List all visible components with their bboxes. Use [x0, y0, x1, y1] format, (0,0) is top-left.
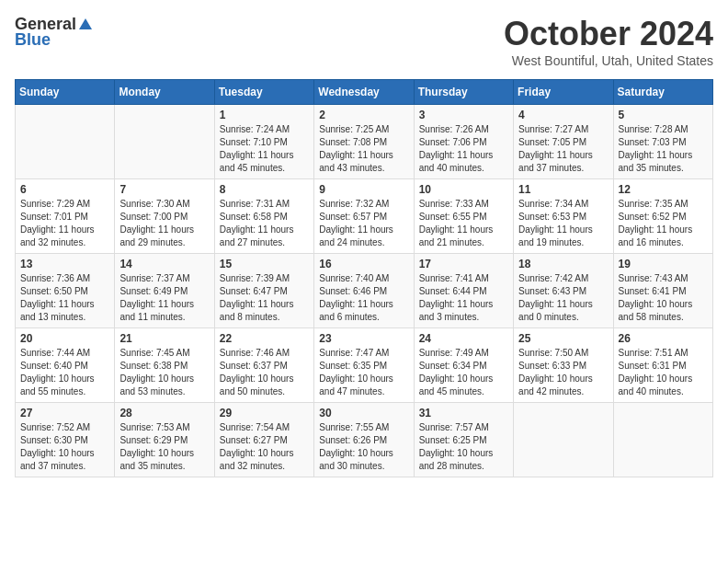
- cell-info: Daylight: 11 hours and 45 minutes.: [220, 149, 309, 175]
- cell-info: Sunrise: 7:50 AM: [518, 347, 608, 360]
- cell-info: Sunset: 6:26 PM: [319, 434, 408, 447]
- day-number: 10: [419, 183, 508, 196]
- calendar-cell: 2Sunrise: 7:25 AMSunset: 7:08 PMDaylight…: [314, 105, 414, 179]
- cell-info: Sunset: 6:47 PM: [220, 285, 309, 298]
- calendar-table: SundayMondayTuesdayWednesdayThursdayFrid…: [15, 79, 713, 477]
- cell-info: Sunset: 7:06 PM: [419, 136, 508, 149]
- week-row-5: 27Sunrise: 7:52 AMSunset: 6:30 PMDayligh…: [16, 403, 713, 477]
- cell-info: Sunset: 6:35 PM: [319, 360, 408, 373]
- calendar-location: West Bountiful, Utah, United States: [504, 53, 713, 68]
- day-number: 12: [619, 183, 708, 196]
- calendar-cell: 6Sunrise: 7:29 AMSunset: 7:01 PMDaylight…: [16, 179, 115, 254]
- cell-info: Daylight: 11 hours and 32 minutes.: [20, 224, 109, 249]
- cell-info: Daylight: 10 hours and 28 minutes.: [419, 447, 508, 473]
- logo: General Blue: [15, 15, 95, 50]
- day-number: 4: [518, 109, 608, 121]
- day-number: 27: [20, 407, 109, 419]
- day-number: 18: [518, 258, 608, 270]
- calendar-cell: [115, 105, 214, 179]
- cell-info: Daylight: 10 hours and 30 minutes.: [319, 447, 408, 473]
- cell-info: Sunset: 6:49 PM: [119, 285, 209, 298]
- calendar-cell: 30Sunrise: 7:55 AMSunset: 6:26 PMDayligh…: [314, 403, 414, 477]
- day-number: 24: [419, 332, 508, 345]
- logo-icon: [77, 17, 94, 33]
- header-day-friday: Friday: [514, 80, 613, 105]
- cell-info: Sunrise: 7:44 AM: [20, 347, 109, 360]
- cell-info: Sunset: 6:38 PM: [119, 360, 209, 373]
- cell-info: Sunrise: 7:43 AM: [619, 272, 708, 285]
- calendar-cell: 4Sunrise: 7:27 AMSunset: 7:05 PMDaylight…: [514, 105, 613, 179]
- cell-info: Sunset: 7:08 PM: [319, 136, 408, 149]
- calendar-cell: 20Sunrise: 7:44 AMSunset: 6:40 PMDayligh…: [16, 328, 115, 403]
- cell-info: Sunset: 6:33 PM: [518, 360, 608, 373]
- calendar-cell: 3Sunrise: 7:26 AMSunset: 7:06 PMDaylight…: [414, 105, 513, 179]
- cell-info: Daylight: 10 hours and 37 minutes.: [20, 447, 109, 473]
- day-number: 19: [619, 258, 708, 270]
- cell-info: Daylight: 11 hours and 6 minutes.: [319, 298, 408, 324]
- week-row-3: 13Sunrise: 7:36 AMSunset: 6:50 PMDayligh…: [16, 254, 713, 328]
- cell-info: Sunset: 6:30 PM: [20, 434, 109, 447]
- day-number: 31: [419, 407, 508, 419]
- day-number: 8: [220, 183, 309, 196]
- header-day-sunday: Sunday: [16, 80, 115, 105]
- cell-info: Sunrise: 7:46 AM: [220, 347, 309, 360]
- cell-info: Sunrise: 7:29 AM: [20, 198, 109, 211]
- cell-info: Sunrise: 7:31 AM: [220, 198, 309, 211]
- cell-info: Sunrise: 7:32 AM: [319, 198, 408, 211]
- cell-info: Daylight: 11 hours and 11 minutes.: [119, 298, 209, 324]
- cell-info: Sunrise: 7:26 AM: [419, 123, 508, 136]
- calendar-cell: 8Sunrise: 7:31 AMSunset: 6:58 PMDaylight…: [214, 179, 313, 254]
- cell-info: Sunrise: 7:37 AM: [119, 272, 209, 285]
- calendar-cell: 26Sunrise: 7:51 AMSunset: 6:31 PMDayligh…: [613, 328, 712, 403]
- week-row-2: 6Sunrise: 7:29 AMSunset: 7:01 PMDaylight…: [16, 179, 713, 254]
- cell-info: Sunrise: 7:47 AM: [319, 347, 408, 360]
- header-day-wednesday: Wednesday: [314, 80, 414, 105]
- header-day-tuesday: Tuesday: [214, 80, 313, 105]
- day-number: 7: [119, 183, 209, 196]
- cell-info: Sunrise: 7:51 AM: [619, 347, 708, 360]
- calendar-cell: 31Sunrise: 7:57 AMSunset: 6:25 PMDayligh…: [414, 403, 513, 477]
- calendar-cell: 7Sunrise: 7:30 AMSunset: 7:00 PMDaylight…: [115, 179, 214, 254]
- cell-info: Sunset: 6:31 PM: [619, 360, 708, 373]
- calendar-cell: 23Sunrise: 7:47 AMSunset: 6:35 PMDayligh…: [314, 328, 414, 403]
- calendar-cell: 25Sunrise: 7:50 AMSunset: 6:33 PMDayligh…: [514, 328, 613, 403]
- calendar-cell: [514, 403, 613, 477]
- cell-info: Daylight: 11 hours and 35 minutes.: [619, 149, 708, 175]
- cell-info: Sunrise: 7:24 AM: [220, 123, 309, 136]
- cell-info: Sunset: 6:40 PM: [20, 360, 109, 373]
- cell-info: Daylight: 11 hours and 27 minutes.: [220, 224, 309, 249]
- cell-info: Sunrise: 7:42 AM: [518, 272, 608, 285]
- calendar-cell: [613, 403, 712, 477]
- calendar-body: 1Sunrise: 7:24 AMSunset: 7:10 PMDaylight…: [16, 105, 713, 477]
- cell-info: Daylight: 11 hours and 13 minutes.: [20, 298, 109, 324]
- calendar-cell: [16, 105, 115, 179]
- calendar-cell: 14Sunrise: 7:37 AMSunset: 6:49 PMDayligh…: [115, 254, 214, 328]
- day-number: 15: [220, 258, 309, 270]
- cell-info: Daylight: 10 hours and 35 minutes.: [119, 447, 209, 473]
- day-number: 11: [518, 183, 608, 196]
- day-number: 28: [119, 407, 209, 419]
- svg-marker-0: [79, 18, 92, 29]
- cell-info: Sunrise: 7:53 AM: [119, 421, 209, 434]
- cell-info: Sunset: 6:43 PM: [518, 285, 608, 298]
- cell-info: Sunrise: 7:45 AM: [119, 347, 209, 360]
- cell-info: Daylight: 10 hours and 58 minutes.: [619, 298, 708, 324]
- cell-info: Sunset: 6:53 PM: [518, 211, 608, 224]
- calendar-cell: 27Sunrise: 7:52 AMSunset: 6:30 PMDayligh…: [16, 403, 115, 477]
- calendar-cell: 22Sunrise: 7:46 AMSunset: 6:37 PMDayligh…: [214, 328, 313, 403]
- cell-info: Sunset: 6:37 PM: [220, 360, 309, 373]
- day-number: 17: [419, 258, 508, 270]
- cell-info: Daylight: 10 hours and 55 minutes.: [20, 373, 109, 398]
- cell-info: Sunrise: 7:25 AM: [319, 123, 408, 136]
- cell-info: Sunrise: 7:35 AM: [619, 198, 708, 211]
- day-number: 29: [220, 407, 309, 419]
- cell-info: Sunset: 7:00 PM: [119, 211, 209, 224]
- cell-info: Sunset: 6:25 PM: [419, 434, 508, 447]
- cell-info: Sunrise: 7:52 AM: [20, 421, 109, 434]
- cell-info: Daylight: 11 hours and 8 minutes.: [220, 298, 309, 324]
- calendar-cell: 10Sunrise: 7:33 AMSunset: 6:55 PMDayligh…: [414, 179, 513, 254]
- cell-info: Sunrise: 7:55 AM: [319, 421, 408, 434]
- calendar-title: October 2024: [504, 15, 713, 53]
- cell-info: Sunset: 7:01 PM: [20, 211, 109, 224]
- calendar-cell: 1Sunrise: 7:24 AMSunset: 7:10 PMDaylight…: [214, 105, 313, 179]
